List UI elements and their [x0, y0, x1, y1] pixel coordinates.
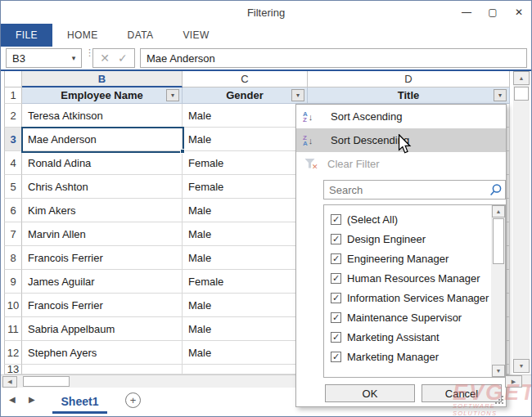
filter-checkbox-item[interactable]: ✓Maintenance Supervisor [324, 307, 505, 327]
list-scroll-up-icon[interactable]: ▲ [492, 205, 505, 217]
header-cell-employee-name[interactable]: Employee Name ▾ [22, 87, 183, 104]
cell-gender[interactable]: Female [183, 270, 308, 294]
filter-dropdown-button-active[interactable]: ▾ [494, 89, 507, 101]
select-all-corner[interactable] [4, 71, 22, 87]
row-header[interactable]: 1 [4, 87, 22, 104]
cell-employee-name[interactable]: Ronald Adina [22, 151, 183, 175]
row-header[interactable]: 12 [4, 341, 22, 365]
checkbox-icon[interactable]: ✓ [331, 293, 341, 303]
filter-checkbox-item[interactable]: ✓Engineering Manager [324, 249, 505, 268]
cell-gender[interactable]: Male [183, 317, 308, 341]
cell-gender[interactable]: Male [183, 341, 308, 365]
filter-dropdown-button[interactable]: ▾ [166, 89, 179, 101]
vertical-scrollbar[interactable]: ▲ ▼ [513, 71, 530, 373]
list-scrollbar[interactable]: ▲ ▼ [491, 205, 505, 377]
cell-gender[interactable]: Male [183, 199, 308, 222]
checkbox-icon[interactable]: ✓ [331, 253, 341, 264]
formula-input[interactable] [140, 48, 527, 68]
scroll-up-icon[interactable]: ▲ [513, 71, 530, 85]
row-header[interactable]: 3 [4, 128, 22, 151]
cell-gender[interactable]: Male [183, 222, 308, 246]
add-sheet-button[interactable]: + [125, 392, 141, 408]
row-header[interactable]: 13 [4, 365, 22, 374]
cell-employee-name[interactable]: Francois Ferrier [22, 246, 183, 270]
cell-gender[interactable]: Male [183, 246, 308, 270]
filter-checkbox-item[interactable]: ✓(Select All) [324, 209, 505, 229]
name-box[interactable]: B3 ▾ [6, 48, 82, 68]
minimize-icon[interactable]: — [459, 7, 474, 18]
search-icon[interactable] [485, 183, 505, 197]
cell-employee-name[interactable]: Stephen Ayers [22, 341, 183, 365]
list-scroll-down-icon[interactable]: ▼ [492, 365, 505, 377]
checkbox-icon[interactable]: ✓ [331, 234, 341, 244]
filter-checkbox-item[interactable]: ✓Marketing Assistant [324, 327, 505, 347]
cell-employee-name[interactable]: Mae Anderson [22, 128, 183, 151]
tab-file[interactable]: FILE [1, 24, 52, 47]
row-header[interactable]: 5 [4, 175, 22, 199]
cell-employee-name[interactable]: Teresa Atkinson [22, 104, 183, 128]
maximize-icon[interactable]: ▢ [485, 7, 500, 18]
checkbox-icon[interactable]: ✓ [331, 332, 341, 343]
checkbox-icon[interactable]: ✓ [331, 273, 341, 284]
sort-descending-item[interactable]: ZA↓ Sort Descending [296, 128, 506, 152]
cell-gender[interactable]: Female [183, 151, 308, 175]
scroll-left-icon[interactable]: ◀ [2, 376, 17, 388]
cell-gender[interactable]: Male [183, 128, 308, 151]
checkbox-icon[interactable]: ✓ [331, 352, 341, 362]
horizontal-scrollbar-thumb[interactable] [23, 376, 70, 387]
tab-home[interactable]: HOME [52, 24, 113, 47]
row-header[interactable]: 8 [4, 246, 22, 270]
checkbox-icon[interactable]: ✓ [331, 312, 341, 323]
resize-grip[interactable] [495, 396, 503, 404]
checkbox-icon[interactable]: ✓ [331, 214, 341, 225]
row-header[interactable]: 4 [4, 151, 22, 175]
cancel-entry-icon[interactable]: ✕ [100, 52, 110, 65]
tab-view[interactable]: VIEW [168, 24, 223, 47]
cancel-button[interactable]: Cancel [422, 384, 502, 402]
next-sheet-icon[interactable]: ▶ [29, 395, 35, 404]
row-header[interactable]: 10 [4, 294, 22, 317]
cell-employee-name[interactable]: Chris Ashton [22, 175, 183, 199]
row-header[interactable]: 6 [4, 199, 22, 222]
filter-checkbox-item[interactable]: ✓Marketing Manager [324, 347, 505, 366]
row-header[interactable]: 7 [4, 222, 22, 246]
clear-filter-item[interactable]: ✕ Clear Filter [296, 152, 506, 176]
row-header[interactable]: 9 [4, 270, 22, 294]
cell-employee-name[interactable]: Marvin Allen [22, 222, 183, 246]
scroll-down-icon[interactable]: ▼ [513, 359, 530, 373]
search-input[interactable] [324, 184, 485, 196]
filter-checkbox-item[interactable]: ✓Design Engineer [324, 229, 505, 249]
column-header-b[interactable]: B [22, 71, 183, 87]
cell-employee-name[interactable]: Sabria Appelbaum [22, 317, 183, 341]
row-header[interactable]: 2 [4, 104, 22, 128]
cell-gender[interactable]: Male [183, 104, 308, 128]
ok-button[interactable]: OK [325, 384, 415, 402]
cell-employee-name[interactable] [22, 365, 183, 374]
filter-checkbox-item[interactable]: ✓Information Services Manager [324, 288, 505, 307]
header-label: Employee Name [61, 89, 142, 101]
row-header[interactable]: 11 [4, 317, 22, 341]
cell-employee-name[interactable]: Kim Akers [22, 199, 183, 222]
prev-sheet-icon[interactable]: ◀ [9, 395, 16, 404]
cell-gender[interactable]: Male [183, 294, 308, 317]
cell-employee-name[interactable]: James Aguilar [22, 270, 183, 294]
filter-dropdown-button[interactable]: ▾ [291, 89, 304, 101]
checkbox-label: Marketing Assistant [347, 331, 440, 343]
filter-checkbox-item[interactable]: ✓Human Resources Manager [324, 268, 505, 288]
column-header-d[interactable]: D [308, 71, 510, 87]
column-header-c[interactable]: C [183, 71, 308, 87]
confirm-entry-icon[interactable]: ✓ [118, 52, 128, 65]
header-cell-title[interactable]: Title ▾ [308, 87, 510, 104]
close-icon[interactable]: ✕ [512, 7, 526, 18]
header-cell-gender[interactable]: Gender ▾ [183, 87, 308, 104]
sheet-tab-sheet1[interactable]: Sheet1 [52, 389, 107, 414]
name-box-dropdown-icon[interactable]: ▾ [66, 54, 81, 62]
tab-data[interactable]: DATA [113, 24, 169, 47]
cell-gender[interactable]: Female [183, 175, 308, 199]
vertical-scrollbar-thumb[interactable] [514, 87, 529, 101]
sort-ascending-item[interactable]: AZ↓ Sort Ascending [296, 105, 506, 128]
scroll-right-icon[interactable]: ▶ [505, 375, 522, 388]
list-scrollbar-thumb[interactable] [493, 218, 504, 264]
cell-employee-name[interactable]: Francois Ferrier [22, 294, 183, 317]
cell-gender[interactable] [183, 365, 308, 374]
